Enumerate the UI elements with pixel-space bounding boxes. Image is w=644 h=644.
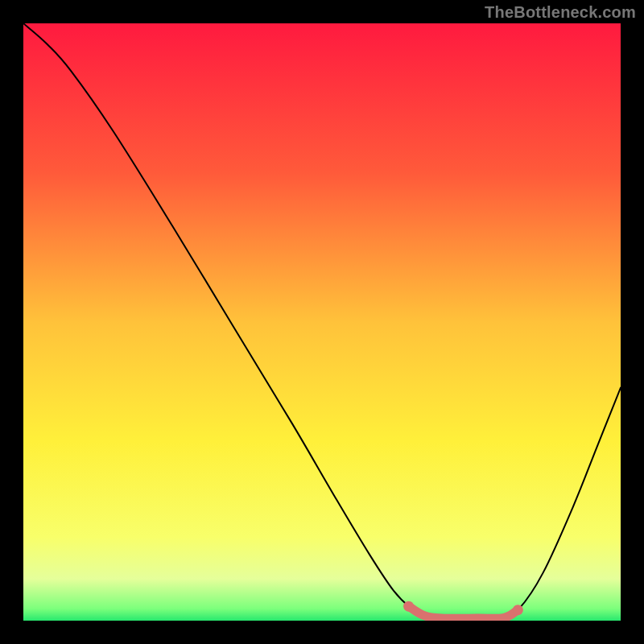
chart-background	[23, 23, 621, 621]
highlight-endpoint-dot-0	[403, 601, 414, 612]
plot-area	[23, 23, 621, 621]
chart-outer: TheBottleneck.com	[0, 0, 644, 644]
highlight-endpoint-dot-1	[513, 605, 523, 615]
chart-svg	[23, 23, 621, 621]
watermark-text: TheBottleneck.com	[485, 3, 636, 22]
